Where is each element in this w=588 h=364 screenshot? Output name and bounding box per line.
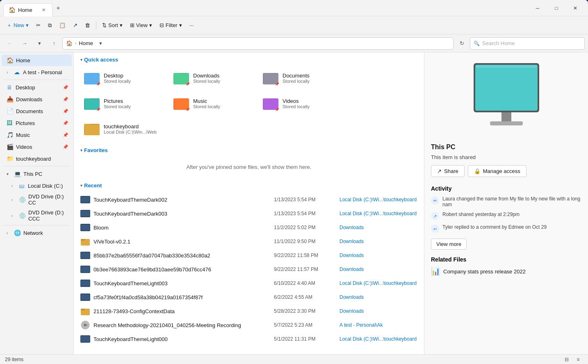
view-button[interactable]: ⊞ View ▾ — [127, 20, 155, 30]
sidebar-item-thispc[interactable]: ▾ 💻 This PC — [2, 168, 72, 180]
recent-item-1[interactable]: TouchKeyboardThemeDark003 1/13/2023 5:54… — [74, 207, 424, 221]
folder-tile-music[interactable]: 📌 Music Stored locally — [170, 92, 256, 114]
svg-rect-34 — [81, 280, 90, 286]
folder-tile-pictures[interactable]: 📌 Pictures Stored locally — [80, 92, 166, 114]
recent-locations-button[interactable]: ▾ — [33, 37, 46, 50]
music-folder-info: Music Stored locally — [193, 98, 220, 109]
touchkeyboard-folder-name: touchkeyboard — [104, 123, 157, 130]
recent-location-1: Local Disk (C:)\Wi...\touchkeyboard — [340, 211, 417, 216]
videos-icon: 🎬 — [7, 143, 14, 150]
refresh-button[interactable]: ↻ — [455, 37, 468, 50]
recent-item-10[interactable]: TouchKeyboardThemeLight000 5/1/2022 11:3… — [74, 332, 424, 346]
filter-button[interactable]: ⊟ Filter ▾ — [156, 20, 185, 30]
sort-button[interactable]: ⇅ Sort ▾ — [99, 20, 126, 30]
pc-shared: This item is shared — [431, 154, 581, 160]
minimize-button[interactable]: ─ — [528, 2, 547, 15]
sidebar-item-documents[interactable]: 📄 Documents 📌 — [2, 105, 72, 117]
recent-date-10: 5/1/2022 11:31 PM — [274, 336, 340, 342]
sidebar-item-home[interactable]: 🏠 Home — [2, 55, 72, 66]
recent-item-5[interactable]: 0b3ee7663893cae76e9bd310aee59b70d76cc476… — [74, 262, 424, 276]
related-item-0[interactable]: 📊 Company stats press release 2022 — [431, 267, 581, 276]
address-dropdown-button[interactable]: ▾ — [95, 38, 106, 49]
downloads-folder-sub: Stored locally — [193, 79, 220, 84]
recent-name-0: TouchKeyboardThemeDark002 — [93, 197, 274, 203]
recent-date-3: 11/1/2022 9:50 PM — [274, 239, 340, 244]
documents-pin-icon: 📌 — [63, 109, 68, 114]
recent-item-8[interactable]: 211128-73493-ConfigContextData 5/28/2022… — [74, 304, 424, 318]
sidebar-item-dvd-cc[interactable]: › 💿 DVD Drive (D:) CC — [2, 192, 72, 207]
recent-date-8: 5/28/2022 3:30 PM — [274, 308, 340, 314]
folder-tile-desktop[interactable]: 📌 Desktop Stored locally — [80, 67, 166, 89]
sidebar-item-network[interactable]: › 🌐 Network — [2, 227, 72, 239]
address-bar: ← → ▾ ↑ 🏠 › Home ▾ ↻ 🔍 Search Home — [0, 34, 588, 52]
recent-item-3[interactable]: ViVeTool-v0.2.1 11/1/2022 9:50 PM Downlo… — [74, 234, 424, 248]
tab-close-button[interactable]: ✕ — [40, 7, 47, 14]
list-view-toggle[interactable]: ≡ — [573, 355, 583, 364]
recent-location-9: A test - Personal\Ak — [340, 322, 417, 328]
home-tab-title: Home — [18, 7, 32, 13]
forward-button[interactable]: → — [18, 37, 31, 50]
cut-button[interactable]: ✂ — [33, 20, 44, 30]
view-more-button[interactable]: View more — [431, 239, 467, 250]
sidebar-item-dvd-ccc[interactable]: › 💿 DVD Drive (D:) CCC — [2, 208, 72, 223]
recent-item-2[interactable]: Bloom 11/2/2022 5:02 PM Downloads — [74, 221, 424, 234]
recent-item-9[interactable]: Research Methodology-20210401_040256-Mee… — [74, 318, 424, 332]
thispc-label: This PC — [23, 171, 68, 177]
manage-access-button[interactable]: 🔒 Manage access — [468, 165, 526, 177]
grid-view-toggle[interactable]: ⊟ — [562, 355, 572, 364]
new-tab-button[interactable]: + — [52, 2, 64, 14]
address-input[interactable]: 🏠 › Home ▾ — [62, 37, 454, 50]
folder-tile-touchkeyboard[interactable]: touchkeyboard Local Disk (C:)\Win...\Web — [80, 118, 166, 140]
documents-pin-small: 📌 — [275, 82, 279, 86]
recent-item-4[interactable]: 85bb37e2ba65556f7da07047bab330e3534c80a2… — [74, 248, 424, 262]
sidebar-home-label: Home — [16, 57, 68, 64]
up-button[interactable]: ↑ — [48, 37, 61, 50]
more-button[interactable]: ··· — [186, 20, 197, 30]
sidebar-item-onedrive[interactable]: › ☁ A test - Personal — [2, 66, 72, 78]
recent-header[interactable]: ▾ Recent — [74, 178, 424, 191]
sidebar-item-downloads[interactable]: 📥 Downloads 📌 — [2, 93, 72, 105]
copy-button[interactable]: ⧉ — [45, 20, 55, 30]
downloads-icon: 📥 — [7, 96, 14, 102]
svg-rect-32 — [81, 266, 90, 272]
svg-rect-38 — [81, 309, 85, 310]
paste-button[interactable]: 📋 — [56, 20, 69, 30]
recent-item-0[interactable]: TouchKeyboardThemeDark002 1/13/2023 5:54… — [74, 193, 424, 207]
share-toolbar-button[interactable]: ↗ — [70, 20, 81, 30]
sidebar-item-desktop[interactable]: 🖥 Desktop 📌 — [2, 82, 72, 93]
localdisk-icon: 🖴 — [19, 182, 25, 189]
activity-item-1: ↗ Robert shared yesterday at 2:29pm — [431, 212, 581, 220]
favorites-header[interactable]: ▾ Favorites — [74, 143, 424, 156]
quick-access-title: Quick access — [84, 57, 118, 63]
back-button[interactable]: ← — [3, 37, 16, 50]
folder-tile-videos[interactable]: 📌 Videos Stored locally — [259, 92, 345, 114]
recent-item-6[interactable]: TouchKeyboardThemeLight003 6/10/2022 4:4… — [74, 276, 424, 290]
toolbar: ＋ New ▾ ✂ ⧉ 📋 ↗ 🗑 ⇅ Sort ▾ ⊞ View ▾ — [0, 16, 588, 34]
action-buttons: ↗ Share 🔒 Manage access — [431, 165, 581, 177]
maximize-button[interactable]: □ — [547, 2, 566, 15]
sidebar-item-local-disk[interactable]: › 🖴 Local Disk (C:) — [2, 180, 72, 191]
sidebar-item-pictures[interactable]: 🖼 Pictures 📌 — [2, 117, 72, 129]
recent-item-7[interactable]: cf5a73fe0f1f4a0cd58a38b04219a0167354f87f… — [74, 290, 424, 304]
sidebar-item-music[interactable]: 🎵 Music 📌 — [2, 129, 72, 141]
quick-access-header[interactable]: ▾ Quick access — [74, 52, 424, 65]
network-label: Network — [23, 230, 68, 236]
new-button[interactable]: ＋ New ▾ — [3, 20, 32, 31]
view-icon: ⊞ — [130, 22, 134, 28]
delete-button[interactable]: 🗑 — [82, 20, 93, 30]
sort-icon: ⇅ — [102, 22, 107, 28]
recent-file-icon-7 — [80, 292, 90, 302]
home-tab[interactable]: 🏠 Home ✕ — [3, 3, 52, 16]
favorites-chevron: ▾ — [80, 148, 82, 152]
right-panel: This PC This item is shared ↗ Share 🔒 Ma… — [424, 52, 588, 354]
folder-tile-documents[interactable]: 📌 Documents Stored locally — [259, 67, 345, 89]
documents-icon: 📄 — [7, 108, 14, 114]
thispc-icon: 💻 — [14, 171, 21, 177]
recent-location-2: Downloads — [340, 225, 417, 230]
search-box[interactable]: 🔍 Search Home — [470, 37, 585, 50]
share-button[interactable]: ↗ Share — [431, 165, 465, 177]
folder-tile-downloads[interactable]: 📌 Downloads Stored locally — [170, 67, 256, 89]
close-button[interactable]: ✕ — [566, 2, 585, 15]
sidebar-item-touchkeyboard[interactable]: 📁 touchkeyboard — [2, 153, 72, 164]
sidebar-item-videos[interactable]: 🎬 Videos 📌 — [2, 141, 72, 152]
